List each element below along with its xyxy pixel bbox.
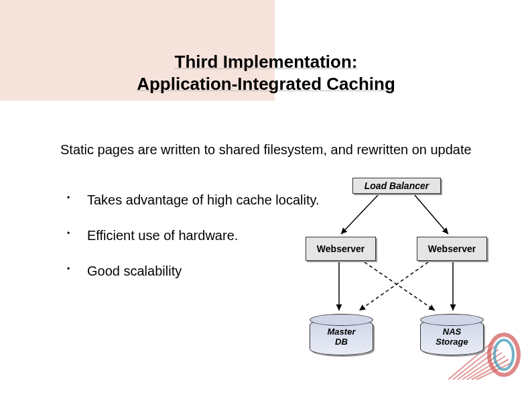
diagram-nas-storage: NASStorage (420, 319, 484, 355)
diagram-label: NASStorage (436, 327, 468, 347)
svg-line-3 (415, 195, 448, 234)
slide-title: Third Implementation: Application-Integr… (0, 51, 532, 95)
diagram-webserver-2: Webserver (417, 237, 487, 261)
svg-line-7 (359, 262, 428, 310)
diagram-label: Webserver (317, 243, 364, 254)
diagram-load-balancer: Load Balancer (352, 178, 441, 194)
lead-text: Static pages are written to shared files… (60, 141, 498, 158)
title-line-1: Third Implementation: (175, 52, 358, 72)
svg-line-6 (364, 262, 435, 310)
diagram-label: Webserver (428, 243, 476, 254)
title-line-2: Application-Integrated Caching (137, 74, 395, 94)
diagram-master-db: MasterDB (310, 319, 373, 355)
diagram-label: MasterDB (328, 327, 356, 347)
svg-line-2 (341, 195, 378, 234)
diagram-webserver-1: Webserver (306, 237, 376, 261)
diagram-label: Load Balancer (364, 180, 429, 191)
